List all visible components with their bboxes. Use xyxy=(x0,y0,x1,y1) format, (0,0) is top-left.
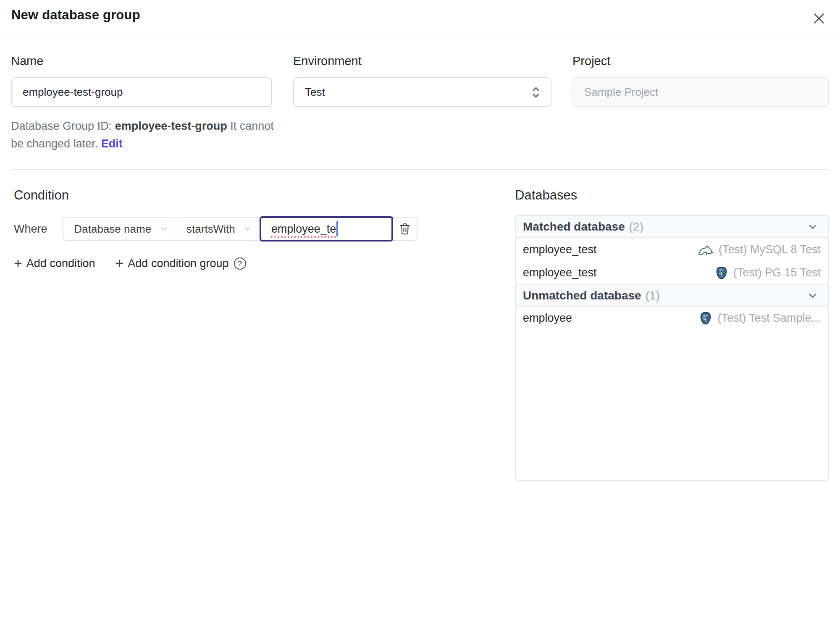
where-label: Where xyxy=(14,223,47,236)
database-instance-label: (Test) MySQL 8 Test xyxy=(719,243,821,256)
database-instance: (Test) MySQL 8 Test xyxy=(698,243,821,256)
matched-database-title: Matched database(2) xyxy=(523,220,643,234)
matched-database-count: (2) xyxy=(629,220,643,233)
mysql-icon xyxy=(698,244,714,256)
matched-database-label: Matched database xyxy=(523,220,625,233)
chevron-down-icon xyxy=(243,224,253,234)
condition-factor-value: Database name xyxy=(74,223,152,236)
name-input[interactable] xyxy=(11,77,272,107)
database-instance-label: (Test) PG 15 Test xyxy=(733,266,821,279)
database-instance: (Test) PG 15 Test xyxy=(715,266,821,280)
delete-condition-button[interactable] xyxy=(393,218,417,240)
close-icon xyxy=(811,11,827,26)
text-cursor xyxy=(336,221,338,236)
unmatched-database-title: Unmatched database(1) xyxy=(523,289,660,302)
dialog-header: New database group xyxy=(0,0,840,37)
database-row[interactable]: employee_test (Test) PG 15 Test xyxy=(516,261,828,284)
environment-label: Environment xyxy=(293,54,551,68)
project-value: Sample Project xyxy=(584,86,658,99)
condition-operator-select[interactable]: startsWith xyxy=(176,218,260,240)
database-name: employee_test xyxy=(523,266,597,279)
form-grid: Name Database Group ID: employee-test-gr… xyxy=(11,54,829,152)
condition-expression-group: Database name startsWith employee_te xyxy=(63,217,417,241)
close-button[interactable] xyxy=(811,10,827,27)
database-name: employee xyxy=(523,312,572,325)
dialog-title: New database group xyxy=(11,8,140,23)
condition-operator-value: startsWith xyxy=(186,223,235,236)
name-label: Name xyxy=(11,54,272,68)
chevron-down-icon xyxy=(159,224,169,234)
condition-row: Where Database name startsWith xyxy=(14,217,515,241)
environment-select[interactable]: Test xyxy=(293,77,551,107)
condition-heading: Condition xyxy=(14,188,515,203)
database-instance-label: (Test) Test Sample... xyxy=(717,312,821,325)
plus-icon: + xyxy=(115,256,123,270)
plus-icon: + xyxy=(14,256,22,270)
project-field-group: Project Sample Project xyxy=(572,54,829,152)
chevron-down-icon xyxy=(806,220,819,233)
database-row[interactable]: employee_test (Test) MySQL 8 Test xyxy=(516,238,828,261)
condition-value-input[interactable]: employee_te xyxy=(260,216,393,242)
project-label: Project xyxy=(572,54,829,68)
postgresql-icon xyxy=(699,311,712,325)
databases-heading: Databases xyxy=(515,188,829,203)
database-instance: (Test) Test Sample... xyxy=(699,311,821,325)
section-divider xyxy=(11,169,829,170)
condition-section: Condition Where Database name startsWith xyxy=(11,188,515,270)
edit-group-id-link[interactable]: Edit xyxy=(101,137,123,150)
matched-database-header[interactable]: Matched database(2) xyxy=(516,216,828,238)
unmatched-database-label: Unmatched database xyxy=(523,289,641,302)
database-name: employee_test xyxy=(523,243,597,256)
project-input: Sample Project xyxy=(572,77,829,107)
condition-actions: + Add condition + Add condition group ? xyxy=(14,257,515,270)
help-icon[interactable]: ? xyxy=(234,257,246,270)
add-condition-button[interactable]: + Add condition xyxy=(14,257,95,270)
group-id-note: Database Group ID: employee-test-group I… xyxy=(11,117,280,152)
chevron-down-icon xyxy=(806,289,819,302)
unmatched-database-header[interactable]: Unmatched database(1) xyxy=(516,284,828,307)
add-condition-label: Add condition xyxy=(26,257,95,270)
add-condition-group-label: Add condition group xyxy=(128,257,228,270)
environment-field-group: Environment Test xyxy=(293,54,551,152)
postgresql-icon xyxy=(715,266,728,280)
environment-selected-value: Test xyxy=(305,86,325,99)
trash-icon xyxy=(399,222,411,236)
group-id-note-prefix: Database Group ID: xyxy=(11,120,115,132)
add-condition-group-button[interactable]: + Add condition group ? xyxy=(115,257,246,270)
unmatched-database-count: (1) xyxy=(646,289,660,302)
name-field-group: Name Database Group ID: employee-test-gr… xyxy=(11,54,272,152)
condition-value-text: employee_te xyxy=(271,223,336,236)
databases-panel: Matched database(2) employee_test (Test)… xyxy=(515,215,829,481)
group-id-value: employee-test-group xyxy=(115,120,227,132)
databases-section: Databases Matched database(2) employee_t… xyxy=(515,188,829,481)
database-row[interactable]: employee (Test) Test Sample... xyxy=(516,307,828,330)
select-updown-icon xyxy=(530,85,542,100)
condition-factor-select[interactable]: Database name xyxy=(63,218,176,240)
